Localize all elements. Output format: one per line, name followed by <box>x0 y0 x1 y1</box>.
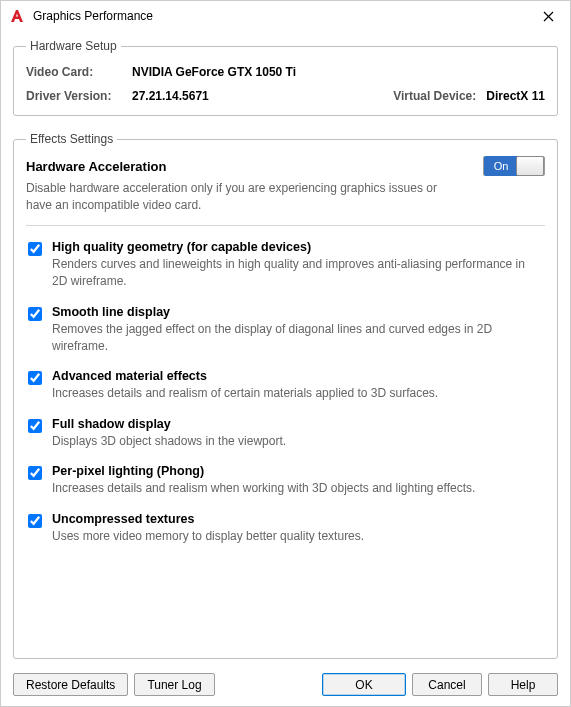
option-text: Full shadow displayDisplays 3D object sh… <box>52 417 539 450</box>
option-text: High quality geometry (for capable devic… <box>52 240 539 291</box>
driver-row: Driver Version: 27.21.14.5671 Virtual De… <box>26 89 545 103</box>
hardware-acceleration-title: Hardware Acceleration <box>26 159 483 174</box>
option-checkbox[interactable] <box>28 514 42 528</box>
toggle-on-label: On <box>484 156 518 176</box>
video-card-value: NVIDIA GeForce GTX 1050 Ti <box>132 65 296 79</box>
close-button[interactable] <box>528 2 568 30</box>
option-row: Smooth line displayRemoves the jagged ef… <box>26 305 539 356</box>
option-title: Advanced material effects <box>52 369 539 383</box>
option-text: Uncompressed texturesUses more video mem… <box>52 512 539 545</box>
options-list[interactable]: High quality geometry (for capable devic… <box>26 234 545 646</box>
option-checkbox[interactable] <box>28 307 42 321</box>
dialog-content: Hardware Setup Video Card: NVIDIA GeForc… <box>1 31 570 665</box>
effects-settings-group: Effects Settings Hardware Acceleration O… <box>13 132 558 659</box>
option-desc: Removes the jagged effect on the display… <box>52 321 539 356</box>
option-title: Smooth line display <box>52 305 539 319</box>
option-text: Smooth line displayRemoves the jagged ef… <box>52 305 539 356</box>
titlebar: Graphics Performance <box>1 1 570 31</box>
option-checkbox[interactable] <box>28 466 42 480</box>
effects-settings-legend: Effects Settings <box>26 132 117 146</box>
option-checkbox[interactable] <box>28 371 42 385</box>
option-row: High quality geometry (for capable devic… <box>26 240 539 291</box>
option-checkbox[interactable] <box>28 419 42 433</box>
hardware-acceleration-desc: Disable hardware acceleration only if yo… <box>26 180 456 215</box>
hardware-setup-legend: Hardware Setup <box>26 39 121 53</box>
option-title: Full shadow display <box>52 417 539 431</box>
hardware-acceleration-row: Hardware Acceleration On <box>26 156 545 176</box>
option-text: Per-pixel lighting (Phong)Increases deta… <box>52 464 539 497</box>
option-text: Advanced material effectsIncreases detai… <box>52 369 539 402</box>
option-checkbox[interactable] <box>28 242 42 256</box>
option-row: Full shadow displayDisplays 3D object sh… <box>26 417 539 450</box>
hardware-setup-group: Hardware Setup Video Card: NVIDIA GeForc… <box>13 39 558 116</box>
virtual-device-value: DirectX 11 <box>486 89 545 103</box>
option-row: Advanced material effectsIncreases detai… <box>26 369 539 402</box>
option-title: Uncompressed textures <box>52 512 539 526</box>
option-desc: Increases details and realism when worki… <box>52 480 539 497</box>
ok-button[interactable]: OK <box>322 673 406 696</box>
option-desc: Renders curves and lineweights in high q… <box>52 256 539 291</box>
tuner-log-button[interactable]: Tuner Log <box>134 673 214 696</box>
separator <box>26 225 545 226</box>
option-title: Per-pixel lighting (Phong) <box>52 464 539 478</box>
option-desc: Increases details and realism of certain… <box>52 385 539 402</box>
option-desc: Displays 3D object shadows in the viewpo… <box>52 433 539 450</box>
video-card-row: Video Card: NVIDIA GeForce GTX 1050 Ti <box>26 65 545 79</box>
hardware-acceleration-toggle[interactable]: On <box>483 156 545 176</box>
option-row: Uncompressed texturesUses more video mem… <box>26 512 539 545</box>
toggle-knob <box>516 156 544 176</box>
video-card-label: Video Card: <box>26 65 132 79</box>
help-button[interactable]: Help <box>488 673 558 696</box>
dialog-title: Graphics Performance <box>33 9 528 23</box>
cancel-button[interactable]: Cancel <box>412 673 482 696</box>
restore-defaults-button[interactable]: Restore Defaults <box>13 673 128 696</box>
virtual-device-label: Virtual Device: <box>393 89 486 103</box>
autocad-app-icon <box>9 8 25 24</box>
driver-version-label: Driver Version: <box>26 89 132 103</box>
option-row: Per-pixel lighting (Phong)Increases deta… <box>26 464 539 497</box>
close-icon <box>543 11 554 22</box>
dialog-window: Graphics Performance Hardware Setup Vide… <box>0 0 571 707</box>
dialog-button-row: Restore Defaults Tuner Log OK Cancel Hel… <box>1 665 570 706</box>
option-title: High quality geometry (for capable devic… <box>52 240 539 254</box>
driver-version-value: 27.21.14.5671 <box>132 89 209 103</box>
option-desc: Uses more video memory to display better… <box>52 528 539 545</box>
